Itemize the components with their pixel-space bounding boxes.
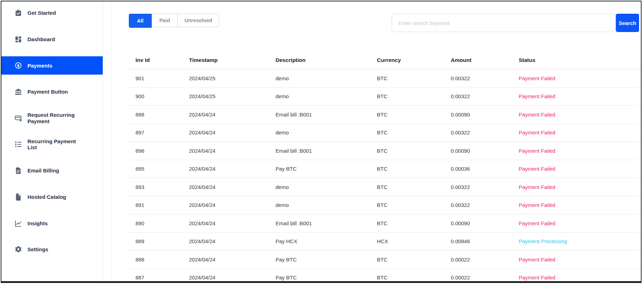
status-link[interactable]: Payment Failed <box>519 257 555 263</box>
sidebar-item-insights[interactable]: Insights <box>1 214 103 233</box>
cell-amount: 0.00846 <box>451 232 519 251</box>
sidebar-item-label: Insights <box>27 220 84 226</box>
sidebar-item-label: Hosted Catalog <box>27 194 84 200</box>
sidebar-item-request-recurring-payment[interactable]: Request Recurring Payment <box>1 109 103 127</box>
status-link[interactable]: Payment Failed <box>519 112 555 118</box>
column-header-status: Status <box>519 51 640 69</box>
cell-status: Payment Failed <box>519 196 640 214</box>
status-link[interactable]: Payment Failed <box>519 93 555 99</box>
status-link[interactable]: Payment Failed <box>519 220 555 226</box>
table-row: 8872024/04/24Pay BTCBTC0.00022Payment Fa… <box>127 269 640 284</box>
filter-tabs: AllPaidUnresolved <box>129 14 219 27</box>
cell-amount: 0.00322 <box>451 178 519 196</box>
cell-amount: 0.00036 <box>451 160 519 178</box>
cell-inv-id: 888 <box>127 251 189 269</box>
cell-inv-id: 887 <box>127 269 189 284</box>
status-link[interactable]: Payment Processing <box>519 238 567 244</box>
cell-status: Payment Processing <box>519 232 640 251</box>
cell-description: Email bill :B001 <box>276 142 377 160</box>
cell-currency: BTC <box>377 178 451 196</box>
cell-currency: BTC <box>377 124 451 142</box>
status-link[interactable]: Payment Failed <box>519 274 555 280</box>
cell-inv-id: 889 <box>127 232 189 251</box>
cell-description: demo <box>276 124 377 142</box>
status-link[interactable]: Payment Failed <box>519 75 555 81</box>
sidebar: Get StartedDashboard$PaymentsPayment But… <box>1 1 103 281</box>
chart-line-icon <box>14 220 22 227</box>
file-icon <box>14 167 22 175</box>
status-link[interactable]: Payment Failed <box>519 184 555 190</box>
cell-currency: BTC <box>377 214 451 233</box>
payments-table: Inv IdTimestampDescriptionCurrencyAmount… <box>127 51 640 284</box>
sidebar-item-get-started[interactable]: Get Started <box>1 4 103 22</box>
cell-amount: 0.00090 <box>451 142 519 160</box>
sidebar-item-label: Email Billing <box>27 168 84 173</box>
column-header-timestamp: Timestamp <box>189 51 276 69</box>
sidebar-item-label: Dashboard <box>27 36 84 42</box>
cell-timestamp: 2024/04/24 <box>189 251 276 269</box>
sidebar-item-settings[interactable]: Settings <box>1 240 103 259</box>
cell-status: Payment Failed <box>519 160 640 178</box>
cell-status: Payment Failed <box>519 87 640 106</box>
cell-description: Email bill :B001 <box>276 214 377 233</box>
cell-description: demo <box>276 87 377 106</box>
cell-amount: 0.00322 <box>451 196 519 214</box>
table-row: 8912024/04/24demoBTC0.00322Payment Faile… <box>127 196 640 214</box>
sidebar-item-label: Recurring Payment List <box>27 138 84 151</box>
cell-description: Email bill :B001 <box>276 106 377 124</box>
cell-description: Pay BTC <box>276 269 377 284</box>
cell-currency: BTC <box>377 196 451 214</box>
sidebar-item-email-billing[interactable]: Email Billing <box>1 162 103 180</box>
cell-description: Pay BTC <box>276 160 377 178</box>
cell-timestamp: 2024/04/24 <box>189 124 276 142</box>
sidebar-item-label: Request Recurring Payment <box>27 112 84 124</box>
table-body: 9012024/04/25demoBTC0.00322Payment Faile… <box>127 69 640 284</box>
cell-currency: BTC <box>377 142 451 160</box>
table-row: 9002024/04/25demoBTC0.00322Payment Faile… <box>127 87 640 106</box>
table-row: 8882024/04/24Pay BTCBTC0.00022Payment Fa… <box>127 251 640 269</box>
tab-paid[interactable]: Paid <box>152 14 177 27</box>
cell-timestamp: 2024/04/24 <box>189 269 276 284</box>
cell-inv-id: 900 <box>127 87 189 106</box>
cell-currency: BTC <box>377 160 451 178</box>
sidebar-item-recurring-payment-list[interactable]: Recurring Payment List <box>1 135 103 153</box>
status-link[interactable]: Payment Failed <box>519 202 555 208</box>
cell-inv-id: 896 <box>127 142 189 160</box>
search-input[interactable] <box>392 14 616 32</box>
sidebar-item-label: Payment Button <box>27 89 84 95</box>
table-header-row: Inv IdTimestampDescriptionCurrencyAmount… <box>127 51 640 69</box>
cell-status: Payment Failed <box>519 251 640 269</box>
status-link[interactable]: Payment Failed <box>519 148 555 154</box>
table-row: 8982024/04/24Email bill :B001BTC0.00090P… <box>127 106 640 124</box>
sidebar-item-label: Payments <box>27 63 84 69</box>
cell-timestamp: 2024/04/24 <box>189 196 276 214</box>
sidebar-item-payments[interactable]: $Payments <box>1 56 103 75</box>
tab-unresolved[interactable]: Unresolved <box>177 14 219 27</box>
cell-amount: 0.00022 <box>451 269 519 284</box>
cell-inv-id: 891 <box>127 196 189 214</box>
cell-amount: 0.00322 <box>451 69 519 88</box>
sidebar-item-payment-button[interactable]: Payment Button <box>1 83 103 101</box>
search-button[interactable]: Search <box>616 14 639 32</box>
cell-currency: BTC <box>377 106 451 124</box>
status-link[interactable]: Payment Failed <box>519 166 555 172</box>
cell-description: demo <box>276 69 377 88</box>
table-row: 9012024/04/25demoBTC0.00322Payment Faile… <box>127 69 640 88</box>
sidebar-item-label: Settings <box>27 246 84 252</box>
cell-timestamp: 2024/04/24 <box>189 142 276 160</box>
cell-status: Payment Failed <box>519 214 640 233</box>
dollar-circle-icon: $ <box>14 62 22 69</box>
bank-icon <box>14 88 22 96</box>
table-row: 8892024/04/24Pay HCXHCX0.00846Payment Pr… <box>127 232 640 251</box>
cell-inv-id: 893 <box>127 178 189 196</box>
cell-amount: 0.00322 <box>451 124 519 142</box>
sidebar-item-hosted-catalog[interactable]: Hosted Catalog <box>1 188 103 206</box>
cell-currency: HCX <box>377 232 451 251</box>
status-link[interactable]: Payment Failed <box>519 130 555 135</box>
cell-inv-id: 895 <box>127 160 189 178</box>
cell-currency: BTC <box>377 269 451 284</box>
tab-all[interactable]: All <box>129 14 152 28</box>
table-row: 8932024/04/24demoBTC0.00322Payment Faile… <box>127 178 640 196</box>
sidebar-item-dashboard[interactable]: Dashboard <box>1 30 103 49</box>
cell-amount: 0.00022 <box>451 251 519 269</box>
